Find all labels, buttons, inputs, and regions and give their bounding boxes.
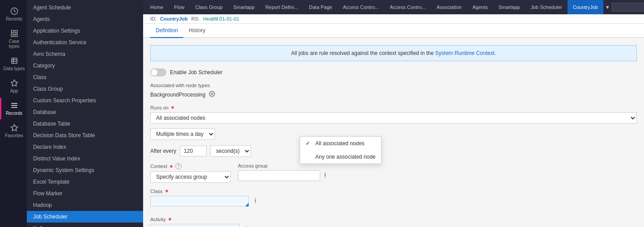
sidebar-nav-agent-schedule[interactable]: Agent Schedule bbox=[27, 2, 143, 13]
sidebar-nav-class[interactable]: Class bbox=[27, 71, 143, 83]
id-label: ID: bbox=[150, 16, 157, 21]
svg-rect-5 bbox=[12, 58, 17, 63]
sidebar-icon-rail: Recents Case types Data types App Record… bbox=[0, 0, 27, 227]
sidebar-nav-category[interactable]: Category bbox=[27, 60, 143, 71]
sidebar-icon-app[interactable]: App bbox=[0, 76, 27, 97]
svg-point-18 bbox=[255, 200, 256, 201]
main-area: Home Flow Class Group Smartapp Report De… bbox=[143, 0, 644, 227]
svg-rect-2 bbox=[15, 30, 17, 33]
tab-report-defini[interactable]: Report Defini... bbox=[260, 0, 303, 14]
sidebar-nav-decision-data[interactable]: Decision Data Store Table bbox=[27, 130, 143, 141]
sidebar-nav-database[interactable]: Database bbox=[27, 106, 143, 118]
enable-toggle-row: Enable Job Scheduler bbox=[150, 68, 637, 76]
top-tabs-bar: Home Flow Class Group Smartapp Report De… bbox=[143, 0, 644, 14]
tab-definition[interactable]: Definition bbox=[150, 24, 183, 38]
activity-field: Addcountry bbox=[150, 224, 637, 227]
time-unit-select[interactable]: second(s) bbox=[210, 145, 251, 157]
sidebar-icon-case-types[interactable]: Case types bbox=[0, 26, 27, 52]
tab-overflow-dropdown[interactable]: ▼ bbox=[603, 2, 612, 13]
class-edit-icon[interactable] bbox=[252, 198, 258, 205]
sidebar-icon-records[interactable]: Records bbox=[0, 98, 27, 119]
definition-tabs: Definition History bbox=[143, 24, 644, 38]
activity-edit-icon[interactable] bbox=[243, 226, 250, 227]
access-group-input-wrapper: Healtltl:Authors bbox=[238, 170, 328, 181]
tab-home[interactable]: Home bbox=[145, 0, 169, 14]
svg-marker-13 bbox=[11, 125, 17, 131]
tab-history[interactable]: History bbox=[183, 24, 211, 38]
access-group-edit-icon[interactable] bbox=[322, 172, 328, 180]
class-blue-corner bbox=[245, 203, 249, 206]
sidebar-nav-agents[interactable]: Agents bbox=[27, 13, 143, 25]
svg-rect-4 bbox=[15, 34, 17, 37]
access-group-input[interactable]: Healtltl:Authors bbox=[238, 170, 320, 181]
associated-label: Associated with node types bbox=[150, 83, 637, 88]
activity-input[interactable]: Addcountry bbox=[150, 224, 240, 227]
after-every-input[interactable]: 120 bbox=[180, 146, 207, 156]
schedule-group: Multiple times a day bbox=[150, 128, 637, 140]
associated-group: Associated with node types BackgroundPro… bbox=[150, 83, 637, 99]
sidebar-icon-recents[interactable]: Recents bbox=[0, 4, 27, 25]
tab-flow[interactable]: Flow bbox=[169, 0, 190, 14]
context-select[interactable]: Specify access group bbox=[150, 171, 231, 183]
tab-access-contro-2[interactable]: Access Contro... bbox=[384, 0, 431, 14]
class-field: MM-Insu-Healtltl-Data-Country bbox=[150, 196, 637, 206]
runs-on-option-all[interactable]: ✓ All associated nodes bbox=[300, 137, 381, 150]
sidebar-icon-data-types[interactable]: Data types bbox=[0, 53, 27, 75]
svg-point-16 bbox=[325, 173, 325, 173]
sidebar-nav-custom-search[interactable]: Custom Search Properties bbox=[27, 95, 143, 106]
sidebar-icon-favorites[interactable]: Favorites bbox=[0, 120, 27, 142]
sidebar-nav-job-scheduler[interactable]: Job Scheduler bbox=[27, 211, 143, 223]
sidebar-nav-application-settings[interactable]: Application Settings bbox=[27, 25, 143, 37]
sidebar-nav-kafka[interactable]: Kafka bbox=[27, 223, 143, 227]
sidebar-nav-distinct-value[interactable]: Distinct Value Index bbox=[27, 153, 143, 164]
tab-smartapp-1[interactable]: Smartapp bbox=[228, 0, 260, 14]
sidebar-nav-hadoop[interactable]: Hadoop bbox=[27, 199, 143, 211]
activity-group: Activity ★ Addcountry bbox=[150, 216, 637, 227]
associated-gear-button[interactable] bbox=[208, 90, 216, 99]
rs-label: RS: bbox=[191, 16, 199, 21]
schedule-select[interactable]: Multiple times a day bbox=[150, 128, 215, 140]
tab-search-input[interactable] bbox=[612, 3, 644, 12]
sidebar-nav-declare-index[interactable]: Declare Index bbox=[27, 141, 143, 153]
sidebar-nav-excel-template[interactable]: Excel Template bbox=[27, 176, 143, 188]
activity-required: ★ bbox=[168, 216, 172, 222]
class-required: ★ bbox=[165, 188, 169, 194]
svg-point-14 bbox=[212, 93, 213, 95]
sidebar-nav-database-table[interactable]: Database Table bbox=[27, 118, 143, 130]
enable-toggle[interactable] bbox=[150, 68, 166, 76]
tab-smartapp-2[interactable]: Smartapp bbox=[493, 0, 525, 14]
after-every-label: After every bbox=[150, 148, 176, 154]
tab-countryjob[interactable]: CountryJob bbox=[568, 0, 603, 14]
tab-access-contro-1[interactable]: Access Contro... bbox=[338, 0, 385, 14]
tab-search-area: 🔍 bbox=[612, 3, 644, 12]
runs-on-select[interactable]: All associated nodes Any one associated … bbox=[150, 112, 637, 124]
svg-rect-3 bbox=[11, 34, 13, 37]
class-input[interactable]: MM-Insu-Healtltl-Data-Country bbox=[150, 196, 249, 206]
context-label: Context ★ ? bbox=[150, 163, 231, 169]
sidebar-nav-avro-schema[interactable]: Avro Schema bbox=[27, 48, 143, 60]
context-help-icon[interactable]: ? bbox=[175, 163, 182, 169]
tab-data-page[interactable]: Data Page bbox=[304, 0, 338, 14]
runs-on-option-any[interactable]: Any one associated node bbox=[300, 150, 381, 164]
sidebar-nav-dynamic-system[interactable]: Dynamic System Settings bbox=[27, 164, 143, 176]
content-area: All jobs are rule resolved against the c… bbox=[143, 38, 644, 227]
svg-point-17 bbox=[325, 177, 325, 177]
context-input-wrapper: Specify access group bbox=[150, 171, 231, 183]
class-group: Class ★ MM-Insu-Healtltl-Data-Country bbox=[150, 188, 637, 212]
sidebar-nav-class-group[interactable]: Class Group bbox=[27, 83, 143, 95]
associated-value-row: BackgroundProcessing bbox=[150, 90, 637, 99]
context-required: ★ bbox=[169, 164, 174, 169]
activity-label: Activity ★ bbox=[150, 216, 637, 222]
sidebar-nav-flow-marker[interactable]: Flow Marker bbox=[27, 188, 143, 199]
tab-agents[interactable]: Agents bbox=[467, 0, 493, 14]
sidebar: Recents Case types Data types App Record… bbox=[0, 0, 143, 227]
banner-link[interactable]: System Runtime Context. bbox=[435, 50, 496, 56]
tab-association[interactable]: Association bbox=[431, 0, 467, 14]
svg-rect-1 bbox=[11, 30, 13, 33]
enable-toggle-label: Enable Job Scheduler bbox=[170, 69, 222, 76]
tab-class-group[interactable]: Class Group bbox=[190, 0, 228, 14]
id-bar: ID: CountryJob RS: Healtltl:01-01-01 bbox=[143, 14, 644, 24]
tab-job-scheduler[interactable]: Job Scheduler bbox=[525, 0, 567, 14]
sidebar-nav-authentication-service[interactable]: Authentication Service bbox=[27, 37, 143, 48]
access-group-group: Access group Healtltl:Authors bbox=[238, 163, 328, 181]
